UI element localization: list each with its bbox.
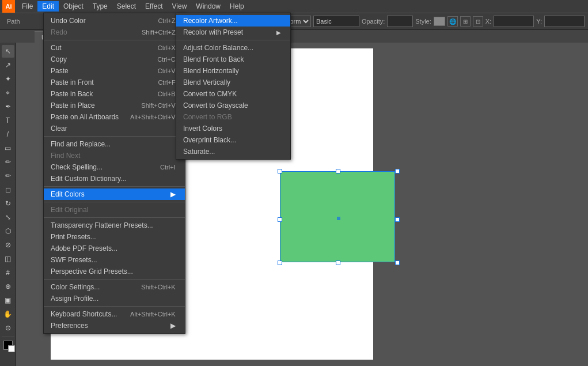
handle-br[interactable] — [395, 261, 400, 265]
overprint-black-item[interactable]: Overprint Black... — [176, 134, 290, 146]
edit-original-item: Edit Original — [44, 204, 185, 216]
transparency-flattener-item[interactable]: Transparency Flattener Presets... — [44, 220, 185, 231]
paste-in-front-item[interactable]: Paste in Front Ctrl+F — [44, 77, 185, 88]
object-menu-item[interactable]: Object — [59, 1, 88, 12]
invert-colors-item[interactable]: Invert Colors — [176, 123, 290, 134]
shape-builder-tool[interactable]: ⊕ — [2, 280, 14, 293]
submenu-sep-1 — [176, 40, 290, 40]
separator-4 — [44, 202, 185, 202]
eyedropper-tool[interactable]: ⊘ — [2, 239, 14, 251]
hand-tool[interactable]: ✋ — [2, 308, 14, 320]
mesh-tool[interactable]: # — [2, 266, 14, 279]
adjust-color-balance-item[interactable]: Adjust Color Balance... — [176, 42, 290, 54]
effect-menu-item[interactable]: Effect — [141, 1, 167, 12]
type-tool[interactable]: T — [2, 114, 14, 127]
blend-tool[interactable]: ⬡ — [2, 225, 14, 237]
tools-separator — [2, 337, 14, 337]
select-menu-item[interactable]: Select — [112, 1, 141, 12]
y-input[interactable]: 113,771 mm — [544, 16, 585, 27]
x-input[interactable]: 89,253 mm — [494, 16, 534, 27]
color-settings-item[interactable]: Color Settings... Shift+Ctrl+K — [44, 281, 185, 293]
handle-ml[interactable] — [278, 217, 282, 222]
opacity-input[interactable]: 100% — [387, 16, 413, 27]
opacity-label: Opacity: — [362, 18, 385, 25]
file-menu-item[interactable]: File — [17, 1, 37, 12]
globe-icon[interactable]: 🌐 — [447, 16, 458, 27]
grid-icon[interactable]: ⊞ — [460, 16, 471, 27]
gradient-tool[interactable]: ◫ — [2, 252, 14, 265]
shape-tool[interactable]: ▭ — [2, 142, 14, 154]
magic-wand-tool[interactable]: ✦ — [2, 73, 14, 85]
recolor-artwork-item[interactable]: Recolor Artwork... — [176, 15, 290, 27]
separator-1 — [44, 40, 185, 40]
line-tool[interactable]: / — [2, 128, 14, 141]
separator-6 — [44, 279, 185, 280]
rotate-tool[interactable]: ↻ — [2, 197, 14, 210]
edit-dropdown-menu: Undo Color Ctrl+Z Redo Shift+Ctrl+Z Cut … — [43, 13, 185, 334]
lasso-tool[interactable]: ⌖ — [2, 86, 14, 99]
type-menu-item[interactable]: Type — [88, 1, 112, 12]
swf-presets-item[interactable]: SWF Presets... — [44, 254, 185, 266]
find-next-item: Find Next — [44, 150, 185, 161]
handle-bl[interactable] — [278, 261, 282, 265]
zoom-tool[interactable]: ⊙ — [2, 322, 14, 334]
help-menu-item[interactable]: Help — [225, 1, 249, 12]
cut-item[interactable]: Cut Ctrl+X — [44, 42, 185, 54]
paste-in-place-item[interactable]: Paste in Place Shift+Ctrl+V — [44, 100, 185, 111]
direct-selection-tool[interactable]: ↗ — [2, 59, 14, 71]
handle-tl[interactable] — [278, 169, 282, 173]
selection-tool[interactable]: ↖ — [2, 45, 14, 58]
handle-tr[interactable] — [395, 169, 400, 173]
adobe-pdf-presets-item[interactable]: Adobe PDF Presets... — [44, 243, 185, 254]
assign-profile-item[interactable]: Assign Profile... — [44, 293, 185, 304]
convert-to-grayscale-item[interactable]: Convert to Grayscale — [176, 100, 290, 111]
paste-in-back-item[interactable]: Paste in Back Ctrl+B — [44, 88, 185, 100]
edit-custom-dictionary-item[interactable]: Edit Custom Dictionary... — [44, 173, 185, 184]
view-menu-item[interactable]: View — [168, 1, 192, 12]
separator-5 — [44, 217, 185, 218]
recolor-with-preset-item[interactable]: Recolor with Preset ▶ — [176, 27, 290, 38]
blend-horizontally-item[interactable]: Blend Horizontally — [176, 65, 290, 77]
convert-to-rgb-item: Convert to RGB — [176, 111, 290, 123]
path-label: Path — [3, 18, 24, 25]
menu-bar: Ai File Edit Object Type Select Effect V… — [0, 0, 588, 13]
blend-vertically-item[interactable]: Blend Vertically — [176, 77, 290, 88]
edit-menu-item[interactable]: Edit — [37, 1, 59, 12]
pen-tool[interactable]: ✒ — [2, 100, 14, 113]
perspective-grid-presets-item[interactable]: Perspective Grid Presets... — [44, 266, 185, 277]
paste-on-all-artboards-item[interactable]: Paste on All Artboards Alt+Shift+Ctrl+V — [44, 111, 185, 123]
saturate-item[interactable]: Saturate... — [176, 146, 290, 157]
y-label: Y: — [536, 18, 542, 25]
edit-colors-item[interactable]: Edit Colors ▶ — [44, 188, 185, 200]
handle-bm[interactable] — [336, 261, 340, 265]
separator-2 — [44, 136, 185, 137]
check-spelling-item[interactable]: Check Spelling... Ctrl+I — [44, 161, 185, 173]
separator-3 — [44, 186, 185, 187]
separator-7 — [44, 306, 185, 307]
print-presets-item[interactable]: Print Presets... — [44, 231, 185, 243]
convert-to-cmyk-item[interactable]: Convert to CMYK — [176, 88, 290, 100]
handle-tm[interactable] — [336, 169, 340, 173]
blend-front-to-back-item[interactable]: Blend Front to Back — [176, 54, 290, 65]
preferences-item[interactable]: Preferences ▶ — [44, 320, 185, 331]
paste-item[interactable]: Paste Ctrl+V — [44, 65, 185, 77]
window-menu-item[interactable]: Window — [191, 1, 225, 12]
copy-item[interactable]: Copy Ctrl+C — [44, 54, 185, 65]
redo-item: Redo Shift+Ctrl+Z — [44, 27, 185, 38]
fill-color[interactable] — [3, 341, 13, 350]
paintbrush-tool[interactable]: ✏ — [2, 156, 14, 168]
scale-tool[interactable]: ⤡ — [2, 211, 14, 224]
handle-mr[interactable] — [395, 217, 400, 222]
green-rect-container — [275, 167, 402, 267]
expand-icon[interactable]: ⊡ — [473, 16, 483, 27]
eraser-tool[interactable]: ◻ — [2, 183, 14, 196]
pencil-tool[interactable]: ✏ — [2, 169, 14, 182]
keyboard-shortcuts-item[interactable]: Keyboard Shortcuts... Alt+Shift+Ctrl+K — [44, 308, 185, 320]
artboard-tool[interactable]: ▣ — [2, 294, 14, 307]
find-and-replace-item[interactable]: Find and Replace... — [44, 138, 185, 150]
clear-item[interactable]: Clear — [44, 123, 185, 134]
style-preview — [434, 17, 445, 26]
brush-stroke-input[interactable] — [313, 16, 359, 27]
undo-color-item[interactable]: Undo Color Ctrl+Z — [44, 15, 185, 27]
app-logo: Ai — [2, 0, 15, 13]
